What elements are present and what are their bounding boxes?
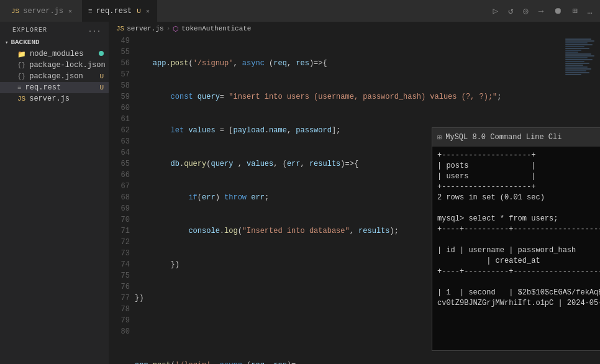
sidebar-item-label-package: package.json — [29, 72, 83, 81]
sidebar-header: EXPLORER ... — [0, 22, 109, 36]
target-btn[interactable]: ◎ — [520, 4, 530, 17]
breadcrumb-js-icon: JS — [116, 25, 124, 32]
chevron-icon: ▾ — [5, 39, 8, 46]
tab-label-serverjs: server.js — [23, 7, 63, 16]
tab-reqrest[interactable]: ≡ req.rest U ✕ — [82, 0, 157, 22]
layout-btn[interactable]: ⊞ — [570, 4, 580, 17]
folder-icon: 📁 — [17, 50, 26, 58]
back-btn[interactable]: ↺ — [506, 4, 516, 17]
main-layout: EXPLORER ... ▾ BACKEND 📁 node_modules {}… — [0, 22, 600, 364]
sidebar-item-label-node_modules: node_modules — [30, 50, 83, 58]
record-btn[interactable]: ⏺ — [551, 5, 565, 17]
title-bar: JS server.js ✕ ≡ req.rest U ✕ ▷ ↺ ◎ → ⏺ … — [0, 0, 600, 22]
js-file-icon: JS — [17, 95, 25, 102]
package-modified-badge: U — [99, 73, 104, 80]
tab-close-serverjs[interactable]: ✕ — [67, 6, 73, 16]
sidebar-item-reqrest[interactable]: ≡ req.rest U — [0, 82, 109, 93]
sidebar-item-package-lock[interactable]: {} package-lock.json U — [0, 60, 109, 71]
js-icon: JS — [11, 7, 19, 15]
breadcrumb-scope-icon: ⬡ — [173, 25, 179, 33]
lines-icon: ≡ — [17, 84, 22, 91]
sidebar-item-label-serverjs: server.js — [29, 94, 70, 103]
forward-btn[interactable]: → — [536, 5, 546, 17]
breadcrumb-sep1: › — [166, 25, 171, 32]
braces-icon2: {} — [17, 73, 25, 80]
terminal-panel: ⊞ MySQL 8.0 Command Line Cli ✕ + ▾ ─ □ +… — [432, 127, 600, 351]
breadcrumb: JS server.js › ⬡ tokenAuthenticate — [109, 22, 600, 35]
title-bar-actions: ▷ ↺ ◎ → ⏺ ⊞ … — [490, 4, 595, 17]
reqrest-modified-badge: U — [99, 84, 104, 91]
more-btn[interactable]: … — [585, 5, 595, 17]
editor-area: JS server.js › ⬡ tokenAuthenticate 49 55… — [109, 22, 600, 364]
terminal-titlebar: ⊞ MySQL 8.0 Command Line Cli ✕ + ▾ ─ □ — [432, 128, 600, 147]
sidebar-section-label: BACKEND — [11, 39, 39, 46]
sidebar-item-package[interactable]: {} package.json U — [0, 71, 109, 82]
sidebar-item-label-reqrest: req.rest — [25, 83, 61, 92]
sidebar-title: EXPLORER — [12, 27, 47, 34]
braces-icon: {} — [17, 61, 25, 69]
line-numbers: 49 55 56 57 58 59 60 61 62 63 64 65 66 6… — [109, 35, 135, 364]
sidebar-dot-green — [99, 50, 104, 58]
tab-close-reqrest[interactable]: ✕ — [145, 6, 151, 16]
sidebar-section-backend[interactable]: ▾ BACKEND — [0, 36, 109, 48]
terminal-body[interactable]: +--------------------+ | posts | | users… — [432, 147, 600, 350]
sidebar-item-serverjs[interactable]: JS server.js — [0, 93, 109, 104]
sidebar-item-label-package-lock: package-lock.json — [29, 61, 105, 70]
sidebar-more-icon[interactable]: ... — [88, 27, 101, 34]
terminal-title: MySQL 8.0 Command Line Cli — [445, 133, 600, 142]
rest-icon: ≡ — [88, 7, 93, 15]
breadcrumb-file: server.js — [127, 25, 163, 32]
terminal-db-icon: ⊞ — [437, 133, 442, 142]
breadcrumb-scope: tokenAuthenticate — [181, 25, 251, 32]
tab-label-reqrest: req.rest — [96, 7, 132, 16]
tab-serverjs[interactable]: JS server.js ✕ — [5, 0, 80, 22]
modified-badge: U — [137, 7, 141, 15]
run-btn[interactable]: ▷ — [490, 4, 500, 17]
sidebar: EXPLORER ... ▾ BACKEND 📁 node_modules {}… — [0, 22, 109, 364]
sidebar-item-node_modules[interactable]: 📁 node_modules — [0, 48, 109, 60]
